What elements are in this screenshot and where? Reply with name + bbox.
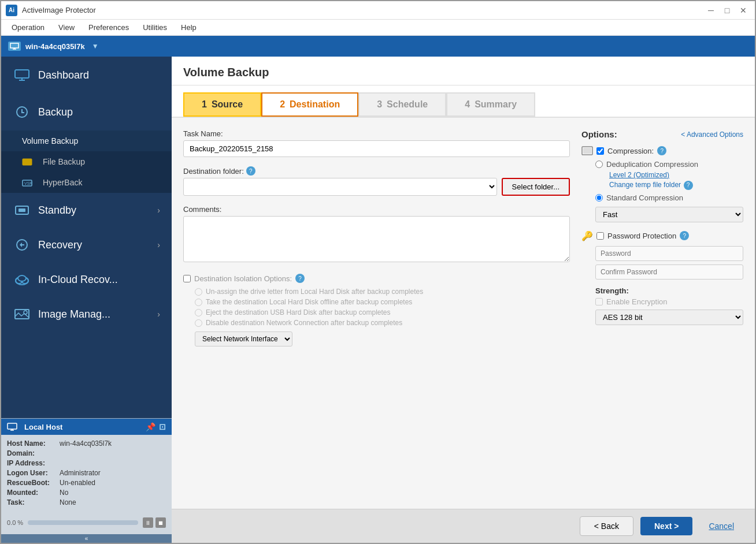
advanced-options-link[interactable]: < Advanced Options <box>681 131 743 139</box>
collapse-sidebar-button[interactable]: « <box>1 534 172 543</box>
svg-rect-23 <box>583 148 591 154</box>
host-name: win-4a4cq035l7k <box>25 42 85 51</box>
menu-view[interactable]: View <box>53 21 80 34</box>
tab-schedule-label: Schedule <box>387 99 428 110</box>
task-row: Task: None <box>7 498 166 506</box>
close-button[interactable]: ✕ <box>736 5 750 16</box>
cancel-button[interactable]: Cancel <box>699 517 743 535</box>
host-bar: win-4a4cq035l7k ▼ <box>1 36 755 57</box>
menu-help[interactable]: Help <box>175 21 202 34</box>
dedup-level[interactable]: Level 2 (Optimized) <box>609 171 669 179</box>
dedup-label: Deduplication Compression <box>606 160 698 169</box>
enable-encryption-checkbox[interactable] <box>595 298 603 305</box>
password-fields <box>581 246 743 283</box>
logon-row: Logon User: Administrator <box>7 469 166 477</box>
tab-destination[interactable]: 2 Destination <box>261 92 358 117</box>
tab-source-num: 1 <box>202 99 207 110</box>
isolation-radio-1[interactable] <box>195 288 202 296</box>
sidebar-item-standby[interactable]: Standby › <box>1 193 172 228</box>
back-button[interactable]: < Back <box>580 516 633 536</box>
file-backup-label: File Backup <box>43 157 85 166</box>
compression-checkbox[interactable] <box>596 147 604 155</box>
password-checkbox[interactable] <box>596 232 604 240</box>
sidebar-item-file-backup[interactable]: File Backup <box>1 151 172 172</box>
standard-compression-radio[interactable] <box>595 194 603 202</box>
compression-label: Compression: <box>607 147 654 155</box>
sidebar-item-hyperback[interactable]: VSR HyperBack <box>1 172 172 193</box>
sidebar-item-dashboard[interactable]: Dashboard <box>1 57 172 94</box>
title-bar-left: Ai ActiveImage Protector <box>6 5 96 16</box>
isolation-checkbox[interactable] <box>183 275 191 282</box>
compression-help[interactable]: ? <box>657 146 666 155</box>
menu-operation[interactable]: Operation <box>6 21 50 34</box>
svg-rect-0 <box>10 43 18 48</box>
isolation-option-4: Disable destination Network Connection a… <box>195 319 570 327</box>
pause-button[interactable]: ⏸ <box>143 517 153 528</box>
hostname-label: Host Name: <box>7 439 56 448</box>
recovery-label: Recovery <box>38 239 82 251</box>
password-help[interactable]: ? <box>680 231 689 240</box>
confirm-password-input[interactable] <box>595 264 743 280</box>
local-host-title: Local Host <box>24 423 62 431</box>
encryption-select[interactable]: AES 128 bit AES 256 bit <box>595 310 743 325</box>
tab-schedule[interactable]: 3 Schedule <box>358 92 446 117</box>
tab-source-label: Source <box>212 99 243 110</box>
maximize-button[interactable]: □ <box>720 5 734 16</box>
isolation-radio-3[interactable] <box>195 309 202 316</box>
recovery-arrow: › <box>157 240 160 249</box>
pin-icon[interactable]: 📌 <box>146 422 155 431</box>
isolation-radio-4[interactable] <box>195 319 202 327</box>
tab-summary-num: 4 <box>465 99 470 110</box>
minimize-button[interactable]: ─ <box>704 5 718 16</box>
tab-summary[interactable]: 4 Summary <box>446 92 535 117</box>
key-icon: 🔑 <box>581 230 593 241</box>
select-folder-button[interactable]: Select folder... <box>502 178 570 196</box>
sidebar-item-in-cloud[interactable]: In-Cloud Recov... <box>1 262 172 297</box>
left-panel: Task Name: Destination folder: ? <box>183 129 570 497</box>
progress-text: 0.0 % <box>7 519 23 526</box>
isolation-option-3: Eject the destination USB Hard Disk afte… <box>195 308 570 316</box>
network-select-row: Select Network Interface <box>195 331 570 346</box>
rescue-row: RescueBoot: Un-enabled <box>7 479 166 487</box>
next-button[interactable]: Next > <box>640 517 692 535</box>
content-area: Volume Backup 1 Source 2 Destination 3 S… <box>172 57 755 543</box>
comments-textarea[interactable] <box>183 216 570 262</box>
destination-folder-select[interactable] <box>183 178 497 196</box>
destination-folder-help[interactable]: ? <box>246 166 255 176</box>
sidebar-item-volume-backup[interactable]: Volume Backup <box>1 131 172 151</box>
strength-label: Strength: <box>595 286 743 295</box>
dedup-radio[interactable] <box>595 161 603 168</box>
rescue-value: Un-enabled <box>60 479 95 487</box>
expand-icon[interactable]: ⊡ <box>159 422 166 431</box>
sidebar-item-backup[interactable]: Backup <box>1 94 172 131</box>
hostname-value: win-4a4cq035l7k <box>60 439 112 448</box>
sidebar-item-image-manager[interactable]: Image Manag... › <box>1 297 172 331</box>
right-panel: Options: < Advanced Options Compression:… <box>581 129 743 497</box>
menu-bar: Operation View Preferences Utilities Hel… <box>1 20 755 36</box>
standard-compression-row: Standard Compression <box>595 193 743 202</box>
sidebar-item-recovery[interactable]: Recovery › <box>1 228 172 262</box>
title-bar: Ai ActiveImage Protector ─ □ ✕ <box>1 1 755 20</box>
task-name-input[interactable] <box>183 140 570 157</box>
tab-source[interactable]: 1 Source <box>183 92 261 117</box>
svg-rect-19 <box>8 423 17 429</box>
isolation-radio-2[interactable] <box>195 299 202 306</box>
comments-group: Comments: <box>183 205 570 264</box>
password-input[interactable] <box>595 246 743 261</box>
stop-button[interactable]: ⏹ <box>155 517 166 528</box>
isolation-help[interactable]: ? <box>295 274 305 283</box>
compression-level-select[interactable]: Fast Normal High <box>595 207 743 222</box>
password-row: 🔑 Password Protection ? <box>581 230 743 241</box>
main-layout: Dashboard Backup Volume Backup File Back… <box>1 57 755 543</box>
page-title: Volume Backup <box>183 66 743 79</box>
menu-preferences[interactable]: Preferences <box>83 21 135 34</box>
menu-utilities[interactable]: Utilities <box>137 21 173 34</box>
host-dropdown-arrow[interactable]: ▼ <box>92 42 99 50</box>
change-temp-link[interactable]: Change temp file folder <box>609 181 681 189</box>
isolation-header: Destination Isolation Options: ? <box>183 274 570 283</box>
change-temp-help[interactable]: ? <box>684 181 693 190</box>
network-interface-select[interactable]: Select Network Interface <box>195 331 292 346</box>
sidebar: Dashboard Backup Volume Backup File Back… <box>1 57 172 543</box>
volume-backup-label: Volume Backup <box>22 136 78 146</box>
destination-folder-group: Destination folder: ? Select folder... <box>183 166 570 196</box>
